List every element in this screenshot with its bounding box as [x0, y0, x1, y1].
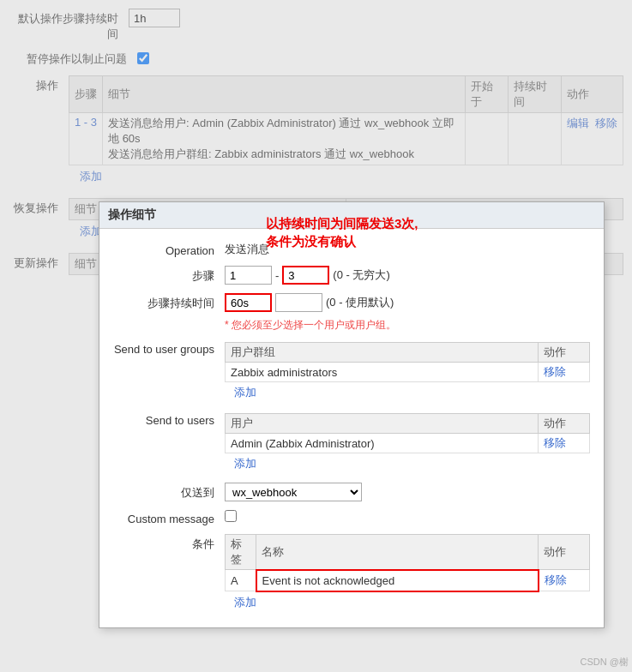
users-table: 用户 动作 Admin (Zabbix Administrator) 移除	[225, 413, 590, 474]
dialog-operation-label: Operation	[113, 242, 225, 257]
user-groups-table: 用户群组 动作 Zabbix administrators 移除	[225, 342, 590, 403]
dialog-user-groups-row: Send to user groups 用户群组 动作 Zabbix admin…	[113, 336, 590, 407]
step-duration-inputs: (0 - 使用默认)	[225, 293, 590, 312]
step-duration-input[interactable]	[225, 293, 272, 312]
ug-col-action: 动作	[539, 343, 590, 363]
operation-detail-dialog: 操作细节 Operation 发送消息 步骤 - (0 - 无穷大)	[99, 201, 605, 628]
cond-col-name: 名称	[256, 535, 539, 570]
dialog-user-groups-value: 用户群组 动作 Zabbix administrators 移除	[225, 340, 590, 403]
watermark: CSDN @榭	[581, 656, 629, 669]
u-remove-link[interactable]: 移除	[544, 436, 566, 449]
dialog-steps-label: 步骤	[113, 266, 225, 284]
dialog-step-duration-label: 步骤持续时间	[113, 293, 225, 311]
dialog-step-duration-row: 步骤持续时间 (0 - 使用默认)	[113, 289, 590, 316]
steps-from-input[interactable]	[225, 266, 272, 285]
u-col-action: 动作	[539, 414, 590, 434]
dialog-conditions-value: 标签 名称 动作 A Event is not acknowledged 移除	[225, 534, 590, 613]
list-item: Zabbix administrators 移除	[226, 363, 590, 382]
dialog-operation-value: 发送消息	[225, 242, 590, 257]
conditions-table: 标签 名称 动作 A Event is not acknowledged 移除	[225, 534, 590, 613]
dialog-users-row: Send to users 用户 动作 Admin (Zabbix Admini…	[113, 407, 590, 478]
dialog-only-to-label: 仅送到	[113, 483, 225, 501]
dialog-steps-row: 步骤 - (0 - 无穷大)	[113, 261, 590, 289]
custom-message-checkbox[interactable]	[225, 510, 237, 522]
u-add-link[interactable]: 添加	[229, 454, 587, 473]
dialog-title: 操作细节	[99, 202, 604, 229]
step-duration-extra-input[interactable]	[275, 293, 322, 312]
dialog-conditions-row: 条件 标签 名称 动作 A Ev	[113, 530, 590, 617]
dialog-users-label: Send to users	[113, 411, 225, 427]
step-duration-hint: (0 - 使用默认)	[326, 295, 394, 310]
ug-add-link[interactable]: 添加	[229, 383, 587, 402]
only-to-select[interactable]: wx_webhook	[225, 483, 362, 501]
cond-remove-link[interactable]: 移除	[545, 573, 567, 586]
steps-to-input[interactable]	[282, 266, 329, 285]
u-name: Admin (Zabbix Administrator)	[226, 434, 539, 453]
list-item: Admin (Zabbix Administrator) 移除	[226, 434, 590, 453]
steps-hint: (0 - 无穷大)	[333, 267, 389, 283]
dialog-custom-message-value	[225, 510, 590, 525]
dialog-custom-message-label: Custom message	[113, 510, 225, 525]
dialog-step-duration-value: (0 - 使用默认)	[225, 293, 590, 312]
ug-col-name: 用户群组	[226, 343, 539, 363]
cond-action: 移除	[539, 570, 590, 591]
dialog-users-value: 用户 动作 Admin (Zabbix Administrator) 移除	[225, 411, 590, 474]
cond-tag: A	[226, 570, 256, 591]
cond-col-action: 动作	[539, 535, 590, 570]
dialog-custom-message-row: Custom message	[113, 506, 590, 530]
required-note: * 您必须至少选择一个用户或用户组。	[225, 318, 590, 333]
step-inputs: - (0 - 无穷大)	[225, 266, 590, 285]
page-wrapper: 默认操作步骤持续时间 暂停操作以制止问题 操作 步骤 细节 开始于 持续时间	[0, 0, 632, 672]
ug-add-row: 添加	[226, 382, 590, 404]
dialog-operation-row: Operation 发送消息	[113, 237, 590, 261]
cond-col-tag: 标签	[226, 535, 256, 570]
dialog-user-groups-label: Send to user groups	[113, 340, 225, 356]
ug-remove-link[interactable]: 移除	[544, 365, 566, 378]
steps-separator: -	[275, 269, 279, 282]
dialog-body: Operation 发送消息 步骤 - (0 - 无穷大) 步骤持续时间	[99, 229, 604, 627]
u-add-row: 添加	[226, 453, 590, 475]
cond-add-link[interactable]: 添加	[229, 593, 587, 612]
cond-add-row: 添加	[226, 591, 590, 613]
u-action: 移除	[539, 434, 590, 453]
ug-action: 移除	[539, 363, 590, 382]
ug-name: Zabbix administrators	[226, 363, 539, 382]
list-item: A Event is not acknowledged 移除	[226, 570, 590, 591]
cond-name: Event is not acknowledged	[256, 570, 539, 591]
u-col-name: 用户	[226, 414, 539, 434]
dialog-only-to-value: wx_webhook	[225, 483, 590, 501]
dialog-conditions-label: 条件	[113, 534, 225, 552]
dialog-only-to-row: 仅送到 wx_webhook	[113, 478, 590, 506]
dialog-steps-value: - (0 - 无穷大)	[225, 266, 590, 285]
